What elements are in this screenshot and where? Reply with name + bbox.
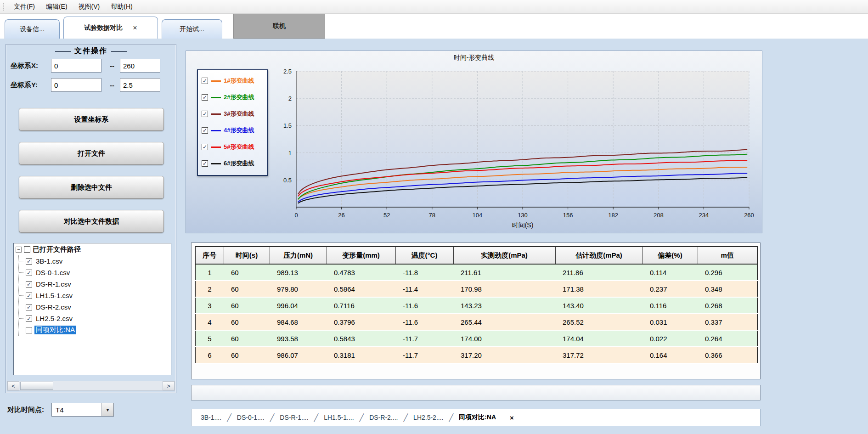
scroll-left-button[interactable]: < <box>7 381 19 390</box>
table-cell-r1-c2: 989.13 <box>270 264 327 281</box>
table-cell-r2-c8: 0.348 <box>698 281 757 297</box>
table-row-1[interactable]: 160989.130.4783-11.8211.61211.860.1140.2… <box>195 264 757 281</box>
command-button-0[interactable]: 设置坐标系 <box>19 108 164 131</box>
bottom-tab-0[interactable]: 3B-1.... <box>195 410 227 425</box>
tree-item-checkbox[interactable]: ✓ <box>26 293 32 299</box>
tree-item-checkbox[interactable]: ✓ <box>26 281 32 287</box>
x-tick-label: 0 <box>294 212 298 219</box>
legend-checkbox[interactable]: ✓ <box>202 127 208 134</box>
menu-item-2[interactable]: 视图(V) <box>73 1 106 13</box>
bottom-tab-3[interactable]: LH1.5-1.... <box>318 410 359 425</box>
table-cell-r6-c8: 0.366 <box>698 347 757 363</box>
table-row-4[interactable]: 460984.680.3796-11.6265.44265.520.0310.3… <box>195 314 757 330</box>
legend-label: 4#形变曲线 <box>224 126 254 135</box>
tree-item-1[interactable]: ✓DS-0-1.csv <box>19 267 171 278</box>
table-cell-r5-c3: 0.5843 <box>327 330 395 347</box>
bottom-tab-4[interactable]: DS-R-2.... <box>364 410 403 425</box>
legend-checkbox[interactable]: ✓ <box>202 144 208 150</box>
table-cell-r6-c5: 317.20 <box>453 347 555 363</box>
tree-guide-line <box>19 272 23 273</box>
bottom-tab-6[interactable]: 同项对比:NA× <box>453 410 519 425</box>
tab-divider-icon: ╱ <box>227 413 231 422</box>
tree-root-row[interactable]: −已打开文件路径 <box>14 243 171 255</box>
scrollbar-track[interactable] <box>19 381 163 390</box>
menu-item-0[interactable]: 文件(F) <box>8 1 40 13</box>
x-tick-label: 52 <box>383 212 390 219</box>
legend-checkbox[interactable]: ✓ <box>202 78 208 84</box>
top-tab-0[interactable]: 设备信... <box>5 19 60 39</box>
coord-x-to-input[interactable] <box>120 59 160 73</box>
tree-item-0[interactable]: ✓3B-1.csv <box>19 255 171 267</box>
table-cell-r3-c5: 143.23 <box>453 297 555 314</box>
tree-item-checkbox[interactable]: ✓ <box>26 258 32 265</box>
scrollbar-thumb[interactable] <box>20 382 53 390</box>
table-cell-r5-c6: 174.04 <box>555 330 643 347</box>
table-cell-r5-c2: 993.58 <box>270 330 327 347</box>
scroll-right-button[interactable]: > <box>163 381 175 390</box>
command-button-2[interactable]: 删除选中文件 <box>19 176 164 199</box>
close-tab-icon[interactable]: × <box>510 414 514 422</box>
tree-item-4[interactable]: ✓DS-R-2.csv <box>19 301 171 313</box>
tree-item-5[interactable]: ✓LH2.5-2.csv <box>19 313 171 324</box>
opened-files-tree: −已打开文件路径✓3B-1.csv✓DS-0-1.csv✓DS-R-1.csv✓… <box>13 243 171 375</box>
table-row-5[interactable]: 560993.580.5843-11.7174.00174.040.0220.2… <box>195 330 757 347</box>
tree-item-checkbox[interactable]: ✓ <box>26 304 32 310</box>
compare-time-row: 对比时间点: T4 ▼ <box>7 402 114 417</box>
tree-item-checkbox[interactable]: ✓ <box>26 270 32 276</box>
legend-line-sample <box>211 163 221 164</box>
table-cell-r5-c8: 0.264 <box>698 330 757 347</box>
legend-row-1: ✓2#形变曲线 <box>202 89 267 106</box>
legend-checkbox[interactable]: ✓ <box>202 160 208 167</box>
top-tab-label: 联机 <box>273 22 286 30</box>
table-cell-r4-c6: 265.52 <box>555 314 643 330</box>
coord-x-from-input[interactable] <box>51 59 101 73</box>
menu-item-3[interactable]: 帮助(H) <box>105 1 138 13</box>
bottom-tab-5[interactable]: LH2.5-2.... <box>408 410 449 425</box>
command-button-1[interactable]: 打开文件 <box>19 142 164 165</box>
table-cell-r4-c4: -11.6 <box>395 314 453 330</box>
tree-item-label: LH2.5-2.csv <box>34 315 74 322</box>
top-tab-3[interactable]: 联机 <box>233 14 325 39</box>
tree-guide-line <box>19 330 23 330</box>
table-cell-r1-c4: -11.8 <box>395 264 453 281</box>
close-tab-icon[interactable]: × <box>133 24 137 32</box>
coord-y-to-input[interactable] <box>120 78 160 92</box>
table-row-3[interactable]: 360996.040.7116-11.6143.23143.400.1160.2… <box>195 297 757 314</box>
panel-title: 文件操作 <box>74 46 107 56</box>
dropdown-arrow-icon[interactable]: ▼ <box>101 403 113 416</box>
table-header-cell-5: 实测劲度(mPa) <box>453 247 555 264</box>
tree-item-2[interactable]: ✓DS-R-1.csv <box>19 278 171 290</box>
coord-y-from-input[interactable] <box>51 78 101 92</box>
tree-item-label: LH1.5-1.csv <box>34 292 74 299</box>
tree-root-checkbox[interactable] <box>24 246 30 253</box>
top-tab-1[interactable]: 试验数据对比× <box>63 17 158 39</box>
top-tab-2[interactable]: 开始试... <box>162 19 222 39</box>
tree-item-checkbox[interactable]: ✓ <box>26 316 32 322</box>
table-cell-r2-c5: 170.98 <box>453 281 555 297</box>
bottom-tab-1[interactable]: DS-0-1.... <box>231 410 270 425</box>
tree-item-label: 同项对比:NA <box>34 326 76 334</box>
chart-legend: ✓1#形变曲线✓2#形变曲线✓3#形变曲线✓4#形变曲线✓5#形变曲线✓6#形变… <box>197 69 268 176</box>
legend-checkbox[interactable]: ✓ <box>202 111 208 117</box>
legend-checkbox[interactable]: ✓ <box>202 94 208 101</box>
compare-time-select[interactable]: T4 ▼ <box>51 403 114 417</box>
table-cell-r6-c3: 0.3181 <box>327 347 395 363</box>
table-row-2[interactable]: 260979.800.5864-11.4170.98171.380.2370.3… <box>195 281 757 297</box>
horizontal-scrollbar[interactable]: < > <box>7 381 175 391</box>
table-cell-r1-c8: 0.296 <box>698 264 757 281</box>
tab-divider-icon: ╱ <box>360 413 364 422</box>
table-row-6[interactable]: 660986.070.3181-11.7317.20317.720.1640.3… <box>195 347 757 363</box>
table-cell-r1-c1: 60 <box>224 264 270 281</box>
tree-item-3[interactable]: ✓LH1.5-1.csv <box>19 290 171 301</box>
table-cell-r2-c1: 60 <box>224 281 270 297</box>
menu-item-1[interactable]: 编辑(E) <box>40 1 73 13</box>
legend-label: 3#形变曲线 <box>224 110 254 118</box>
bottom-tab-2[interactable]: DS-R-1.... <box>274 410 314 425</box>
y-tick-label: 1.5 <box>283 122 292 129</box>
y-tick-label: 2 <box>288 95 292 102</box>
tree-expander-icon[interactable]: − <box>16 247 22 253</box>
command-button-3[interactable]: 对比选中文件数据 <box>19 210 164 233</box>
tree-item-checkbox[interactable] <box>26 327 32 333</box>
table-cell-r3-c3: 0.7116 <box>327 297 395 314</box>
tree-item-6[interactable]: 同项对比:NA <box>19 324 171 336</box>
